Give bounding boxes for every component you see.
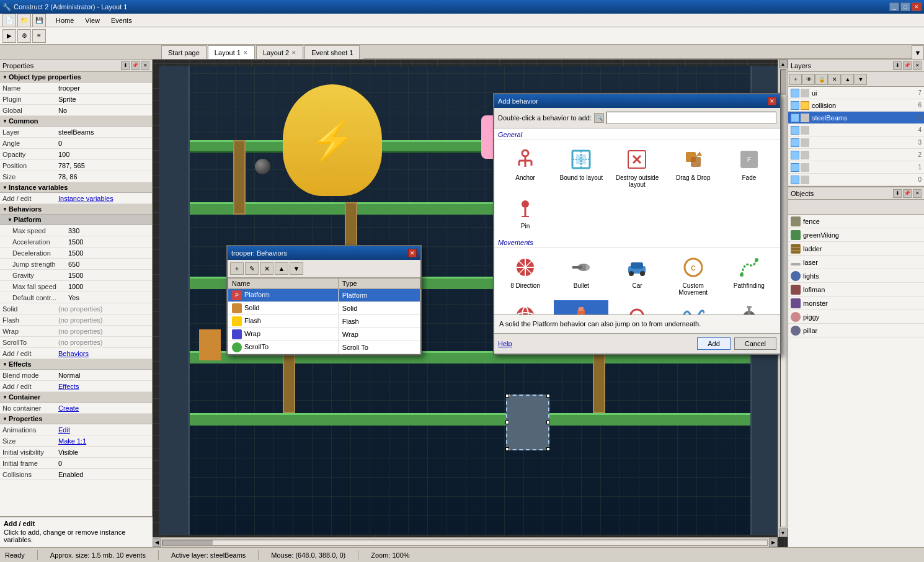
layer-row-1[interactable]: 1 — [788, 161, 924, 174]
tab-layout1[interactable]: Layout 1 ✕ — [208, 45, 255, 59]
section-container[interactable]: ▼ Container — [0, 392, 152, 403]
section-instance-vars[interactable]: ▼ Instance variables — [0, 182, 152, 193]
tab-layout2[interactable]: Layout 2 ✕ — [256, 45, 303, 59]
layer-vis-btn[interactable]: 👁 — [802, 74, 815, 85]
scroll-up-btn[interactable]: ▲ — [779, 60, 788, 68]
objects-sort-icon[interactable]: ⬇ — [893, 189, 902, 198]
section-platform[interactable]: ▼ Platform — [0, 215, 152, 225]
close-btn[interactable]: ✕ — [912, 2, 922, 11]
menu-view[interactable]: View — [80, 16, 105, 25]
prop-plugin: Plugin Sprite — [0, 94, 152, 105]
layers-sort-icon[interactable]: ⬇ — [893, 61, 902, 70]
layer-row-0[interactable]: 0 — [788, 174, 924, 186]
tab-start-page[interactable]: Start page — [161, 45, 207, 59]
tabs-dropdown[interactable]: ▼ — [912, 45, 924, 59]
object-item-pillar[interactable]: pillar — [788, 324, 924, 337]
effects-link[interactable]: Effects — [58, 383, 79, 390]
layer-up-btn[interactable]: ▲ — [842, 74, 854, 85]
layer-row-4[interactable]: 4 — [788, 124, 924, 136]
minimize-btn[interactable]: _ — [889, 2, 899, 11]
section-object-type[interactable]: ▼ Object type properties — [0, 72, 152, 83]
layer-eye-3[interactable] — [791, 138, 799, 147]
object-item-lofiman[interactable]: lofiman — [788, 283, 924, 297]
behaviors-link[interactable]: Behaviors — [58, 350, 89, 357]
sort-icon[interactable]: ⬇ — [121, 61, 130, 70]
objects-header-icons: ⬇ 📌 ✕ — [893, 189, 922, 198]
layer-del-btn[interactable]: ✕ — [828, 74, 841, 85]
layer-lock-btn[interactable]: 🔒 — [815, 74, 828, 85]
tab-event-sheet[interactable]: Event sheet 1 — [304, 45, 360, 59]
object-icon-pillar — [791, 326, 801, 336]
object-item-lights[interactable]: lights — [788, 269, 924, 283]
layer-row-3[interactable]: 3 — [788, 136, 924, 149]
maximize-btn[interactable]: □ — [900, 2, 910, 11]
prop-effects-add: Add / edit Effects — [0, 381, 152, 392]
object-icon-greenviking — [791, 230, 801, 240]
object-item-monster[interactable]: monster — [788, 297, 924, 310]
play-btn[interactable]: ▶ — [2, 29, 16, 43]
layer-eye-2[interactable] — [791, 151, 799, 159]
object-name-lights: lights — [803, 272, 819, 280]
animations-link[interactable]: Edit — [58, 426, 70, 434]
layer-row-steelbeams[interactable]: steelBeams 5 — [788, 112, 924, 124]
character-trooper-selected[interactable] — [506, 395, 549, 450]
section-effects[interactable]: ▼ Effects — [0, 359, 152, 370]
layers-pin-icon[interactable]: 📌 — [903, 61, 912, 70]
toolbar: ▶ ⚙ ≡ — [0, 27, 924, 45]
toolbar-btn-3[interactable]: ≡ — [32, 29, 46, 43]
new-btn[interactable]: 📄 — [2, 14, 16, 27]
instance-vars-link[interactable]: Instance variables — [58, 195, 113, 202]
layers-close-icon[interactable]: ✕ — [913, 61, 922, 70]
layer-lock-collision[interactable] — [801, 101, 809, 110]
horizontal-scrollbar[interactable]: ◀ ▶ — [153, 537, 778, 547]
tab-layout1-close[interactable]: ✕ — [243, 50, 248, 56]
object-item-ladder[interactable]: ladder — [788, 242, 924, 256]
vertical-scrollbar[interactable]: ▲ ▼ — [778, 60, 788, 537]
toolbar-btn-2[interactable]: ⚙ — [17, 29, 31, 43]
layer-eye-0[interactable] — [791, 176, 799, 184]
layer-row-2[interactable]: 2 — [788, 149, 924, 161]
object-name-laser: laser — [803, 259, 818, 266]
layer-eye-4[interactable] — [791, 126, 799, 135]
layer-num-3: 3 — [918, 139, 922, 146]
object-item-greenviking[interactable]: greenViking — [788, 228, 924, 242]
object-item-piggy[interactable]: piggy — [788, 310, 924, 324]
props-close-icon[interactable]: ✕ — [141, 61, 149, 70]
scroll-down-btn[interactable]: ▼ — [779, 529, 788, 537]
section-properties[interactable]: ▼ Properties — [0, 414, 152, 424]
layers-title: Layers — [791, 62, 811, 69]
layer-eye-1[interactable] — [791, 163, 799, 172]
layer-eye-steelbeams[interactable] — [791, 114, 799, 122]
size-make-link[interactable]: Make 1:1 — [58, 437, 86, 445]
scroll-left-btn[interactable]: ◀ — [153, 538, 161, 547]
prop-angle: Angle 0 — [0, 138, 152, 149]
prop-name-value: trooper — [58, 84, 149, 92]
tab-layout2-close[interactable]: ✕ — [291, 50, 296, 56]
canvas-area[interactable]: ⚡ — [153, 60, 788, 547]
layer-down-btn[interactable]: ▼ — [855, 74, 867, 85]
layer-num-0: 0 — [918, 176, 922, 183]
prop-size: Size 78, 86 — [0, 171, 152, 182]
layer-row-collision[interactable]: collision 6 — [788, 99, 924, 112]
ball-obstacle — [255, 159, 270, 174]
prop-plugin-label: Plugin — [2, 96, 58, 103]
objects-pin-icon[interactable]: 📌 — [903, 189, 912, 198]
object-item-laser[interactable]: laser — [788, 256, 924, 269]
menu-events[interactable]: Events — [106, 16, 137, 25]
section-common[interactable]: ▼ Common — [0, 116, 152, 127]
layer-eye-ui[interactable] — [791, 89, 799, 97]
menu-home[interactable]: Home — [51, 16, 79, 25]
layer-add-btn[interactable]: + — [789, 74, 802, 85]
objects-close-icon[interactable]: ✕ — [913, 189, 922, 198]
section-behaviors[interactable]: ▼ Behaviors — [0, 204, 152, 215]
save-btn[interactable]: 💾 — [32, 14, 46, 27]
open-btn[interactable]: 📁 — [17, 14, 31, 27]
object-item-fence[interactable]: fence — [788, 215, 924, 228]
title-bar-controls[interactable]: _ □ ✕ — [889, 2, 922, 11]
pin-icon[interactable]: 📌 — [131, 61, 140, 70]
layer-row-ui[interactable]: ui 7 — [788, 87, 924, 99]
status-bar: Ready Approx. size: 1.5 mb. 10 events Ac… — [0, 547, 924, 562]
container-create-link[interactable]: Create — [58, 404, 79, 412]
scroll-right-btn[interactable]: ▶ — [769, 538, 778, 547]
layer-eye-collision[interactable] — [791, 101, 799, 110]
